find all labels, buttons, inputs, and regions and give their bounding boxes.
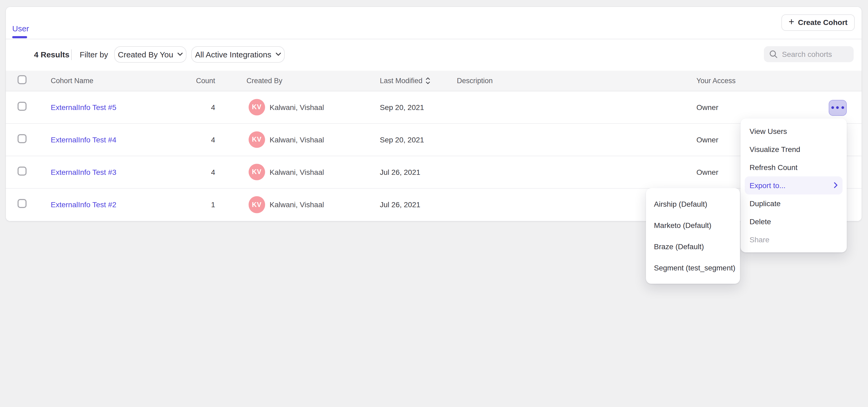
cohort-count: 4 [181, 135, 215, 144]
search-input[interactable] [782, 50, 846, 58]
cohort-name-link[interactable]: ExternalInfo Test #3 [51, 168, 116, 176]
access-level: Owner [696, 135, 718, 144]
cohort-name-link[interactable]: ExternalInfo Test #4 [51, 135, 116, 144]
plus-icon: + [788, 17, 794, 27]
cohorts-page: User + Create Cohort 4 Results Filter by… [0, 0, 868, 407]
tab-user[interactable]: User [12, 24, 29, 33]
row-checkbox[interactable] [18, 166, 27, 175]
integrations-filter-label: All Active Integrations [195, 50, 272, 59]
creator-name: Kalwani, Vishaal [270, 103, 324, 111]
results-count: 4 Results [34, 46, 69, 62]
last-modified-date: Jul 26, 2021 [380, 200, 421, 209]
row-actions-button[interactable] [829, 100, 846, 116]
chevron-down-icon [178, 53, 183, 56]
row-checkbox[interactable] [18, 134, 27, 143]
creator-avatar: KV [248, 196, 265, 213]
creator-avatar: KV [248, 131, 265, 148]
last-modified-date: Sep 20, 2021 [380, 135, 424, 144]
search-icon [769, 50, 778, 58]
toolbar-separator [71, 49, 72, 60]
menu-item-export-to[interactable]: Export to... [745, 176, 842, 194]
header-your-access: Your Access [696, 77, 736, 85]
menu-item-visualize-trend[interactable]: Visualize Trend [741, 140, 847, 158]
submenu-item-segment[interactable]: Segment (test_segment) [646, 257, 740, 278]
creator-avatar: KV [248, 99, 265, 116]
export-submenu: Airship (Default) Marketo (Default) Braz… [646, 188, 740, 284]
sort-icon[interactable] [426, 77, 431, 84]
cohort-name-link[interactable]: ExternalInfo Test #5 [51, 103, 116, 111]
search-box[interactable] [764, 46, 854, 62]
ellipsis-icon [836, 106, 839, 109]
tabbar-divider [6, 39, 861, 39]
ellipsis-icon [831, 106, 834, 109]
header-description: Description [457, 77, 493, 85]
chevron-right-icon [834, 182, 838, 188]
row-checkbox[interactable] [18, 199, 27, 208]
row-checkbox[interactable] [18, 101, 27, 111]
menu-item-share: Share [741, 230, 847, 248]
select-all-checkbox[interactable] [18, 75, 27, 84]
cohort-count: 4 [181, 103, 215, 111]
create-cohort-button[interactable]: + Create Cohort [781, 14, 855, 31]
created-by-filter-label: Created By You [118, 50, 174, 59]
cohort-count: 1 [181, 200, 215, 209]
filter-by-label: Filter by [80, 46, 108, 62]
table-row: ExternalInfo Test #4 4 KV Kalwani, Visha… [6, 124, 861, 156]
tab-active-underline [12, 36, 27, 38]
table-header-row: Cohort Name Count Created By Last Modifi… [6, 71, 861, 91]
access-level: Owner [696, 103, 718, 111]
creator-name: Kalwani, Vishaal [270, 168, 324, 176]
cohort-count: 4 [181, 168, 215, 176]
creator-name: Kalwani, Vishaal [270, 200, 324, 209]
creator-avatar: KV [248, 164, 265, 180]
row-actions-menu: View Users Visualize Trend Refresh Count… [741, 118, 847, 252]
header-cohort-name: Cohort Name [51, 77, 93, 85]
table-row: ExternalInfo Test #3 4 KV Kalwani, Visha… [6, 156, 861, 188]
last-modified-date: Jul 26, 2021 [380, 168, 421, 176]
header-created-by: Created By [246, 77, 282, 85]
submenu-item-airship[interactable]: Airship (Default) [646, 193, 740, 215]
submenu-item-braze[interactable]: Braze (Default) [646, 236, 740, 257]
cohort-name-link[interactable]: ExternalInfo Test #2 [51, 200, 116, 209]
creator-name: Kalwani, Vishaal [270, 135, 324, 144]
menu-item-export-to-label: Export to... [749, 181, 785, 189]
integrations-filter-dropdown[interactable]: All Active Integrations [191, 46, 285, 62]
chevron-down-icon [275, 53, 281, 56]
menu-item-refresh-count[interactable]: Refresh Count [741, 158, 847, 176]
table-row: ExternalInfo Test #5 4 KV Kalwani, Visha… [6, 91, 861, 124]
create-cohort-label: Create Cohort [798, 18, 847, 27]
header-last-modified[interactable]: Last Modified [380, 77, 431, 85]
access-level: Owner [696, 168, 718, 176]
ellipsis-icon [841, 106, 844, 109]
menu-item-delete[interactable]: Delete [741, 212, 847, 230]
submenu-item-marketo[interactable]: Marketo (Default) [646, 215, 740, 236]
menu-item-duplicate[interactable]: Duplicate [741, 194, 847, 212]
created-by-filter-dropdown[interactable]: Created By You [114, 46, 186, 62]
header-count: Count [181, 77, 215, 85]
menu-item-view-users[interactable]: View Users [741, 122, 847, 140]
last-modified-date: Sep 20, 2021 [380, 103, 424, 111]
header-last-modified-label: Last Modified [380, 77, 423, 85]
